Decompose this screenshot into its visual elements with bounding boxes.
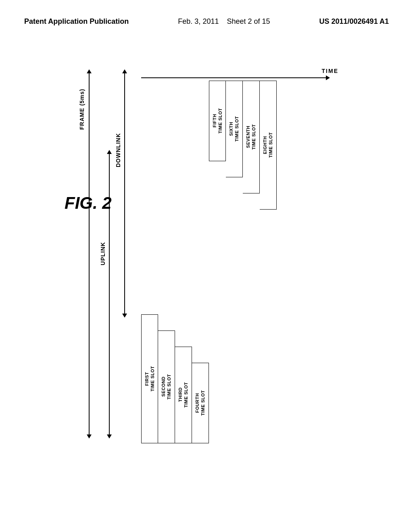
eighth-timeslot-label: EIGHTHTIME SLOT	[262, 132, 274, 158]
fourth-timeslot-label: FOURTHTIME SLOT	[194, 390, 206, 416]
publication-number: US 2011/0026491 A1	[319, 16, 389, 27]
sixth-timeslot: SIXTHTIME SLOT	[226, 81, 243, 177]
third-timeslot: THIRDTIME SLOT	[175, 347, 192, 443]
uplink-timeslots: FIRSTTIME SLOT SECONDTIME SLOT THIRDTIME…	[141, 314, 209, 443]
first-timeslot: FIRSTTIME SLOT	[141, 314, 158, 443]
publication-title: Patent Application Publication	[24, 16, 129, 27]
frame-arrow	[89, 73, 90, 435]
time-arrow	[141, 77, 327, 78]
time-label: TIME	[322, 68, 338, 74]
frame-label: FRAME (5ms)	[79, 89, 85, 130]
seventh-timeslot-label: SEVENTHTIME SLOT	[245, 124, 257, 150]
fifth-timeslot: FIFTHTIME SLOT	[209, 81, 226, 161]
third-timeslot-label: THIRDTIME SLOT	[177, 382, 189, 407]
eighth-timeslot: EIGHTHTIME SLOT	[260, 81, 277, 210]
publication-date-sheet: Feb. 3, 2011 Sheet 2 of 15	[178, 16, 270, 27]
figure-label: FIG. 2	[65, 193, 112, 213]
first-timeslot-label: FIRSTTIME SLOT	[144, 366, 156, 391]
second-timeslot: SECONDTIME SLOT	[158, 330, 175, 443]
fifth-timeslot-label: FIFTHTIME SLOT	[212, 108, 223, 133]
downlink-timeslots: FIFTHTIME SLOT SIXTHTIME SLOT SEVENTHTIM…	[209, 81, 277, 210]
downlink-label: DOWNLINK	[115, 133, 121, 167]
uplink-label: UPLINK	[100, 242, 106, 265]
seventh-timeslot: SEVENTHTIME SLOT	[243, 81, 260, 193]
downlink-arrow	[124, 73, 125, 314]
sixth-timeslot-label: SIXTHTIME SLOT	[228, 116, 240, 141]
page-header: Patent Application Publication Feb. 3, 2…	[0, 16, 413, 27]
uplink-arrow	[109, 153, 110, 435]
fourth-timeslot: FOURTHTIME SLOT	[192, 363, 209, 443]
second-timeslot-label: SECONDTIME SLOT	[161, 374, 172, 399]
sheet-info: Sheet 2 of 15	[227, 17, 270, 25]
publication-date: Feb. 3, 2011	[178, 17, 219, 25]
